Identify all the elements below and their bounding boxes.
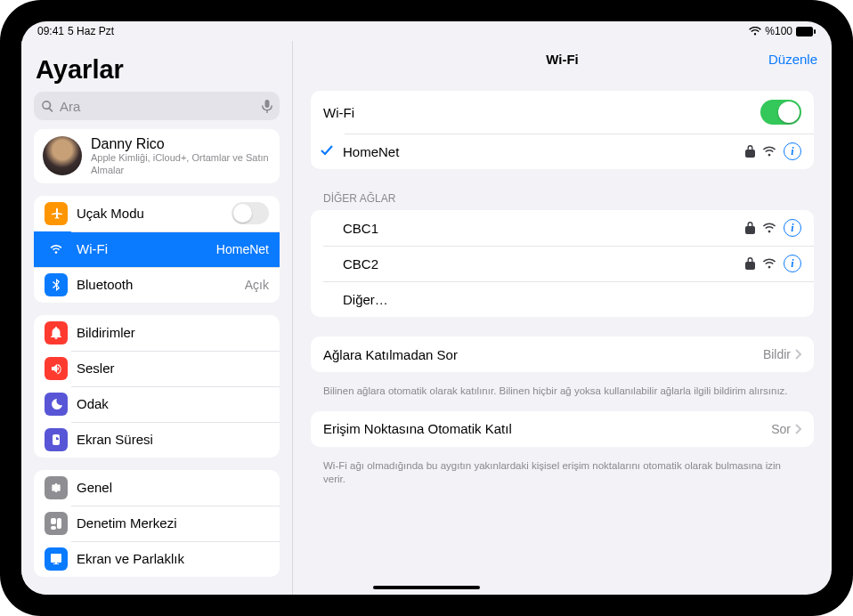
user-name: Danny Rico xyxy=(91,136,271,152)
bluetooth-row[interactable]: Bluetooth Açık xyxy=(34,267,280,303)
focus-row[interactable]: Odak xyxy=(34,386,280,422)
gear-icon xyxy=(45,476,68,499)
sounds-row[interactable]: Sesler xyxy=(34,351,280,386)
battery-icon xyxy=(796,27,816,36)
airplane-mode-label: Uçak Modu xyxy=(77,206,144,221)
airplane-icon xyxy=(45,202,68,225)
other-network-label: Diğer… xyxy=(343,292,388,307)
user-subtitle: Apple Kimliği, iCloud+, Ortamlar ve Satı… xyxy=(91,152,271,175)
airplane-mode-toggle[interactable] xyxy=(232,202,269,224)
wifi-label: Wi-Fi xyxy=(77,241,108,256)
wifi-toggle[interactable] xyxy=(760,100,801,125)
info-button[interactable]: i xyxy=(784,219,801,237)
device-frame: 09:41 5 Haz Pzt %100 Ayarlar Ara xyxy=(0,0,853,616)
screentime-row[interactable]: Ekran Süresi xyxy=(34,422,280,458)
other-network-row[interactable]: Diğer… xyxy=(311,281,814,317)
wifi-toggle-label: Wi-Fi xyxy=(323,105,354,120)
navbar-title: Wi-Fi xyxy=(546,52,579,67)
network-name-0: CBC1 xyxy=(343,221,378,236)
chevron-right-icon xyxy=(794,349,801,360)
lock-icon xyxy=(745,145,755,158)
control-center-row[interactable]: Denetim Merkezi xyxy=(34,506,280,541)
auto-hotspot-footer: Wi-Fi ağı olmadığında bu aygıtın yakınla… xyxy=(311,454,814,499)
control-center-label: Denetim Merkezi xyxy=(77,515,177,531)
ask-to-join-label: Ağlara Katılmadan Sor xyxy=(323,347,458,362)
svg-rect-1 xyxy=(814,29,816,34)
search-icon xyxy=(41,100,54,113)
wifi-row[interactable]: Wi-Fi HomeNet xyxy=(34,231,280,267)
auto-hotspot-row[interactable]: Erişim Noktasına Otomatik Katıl Sor xyxy=(311,411,814,447)
screentime-icon xyxy=(45,428,68,451)
auto-hotspot-value: Sor xyxy=(771,422,791,436)
other-networks-group: CBC1 i CBC2 i xyxy=(311,210,814,317)
status-battery-pct: %100 xyxy=(765,25,792,37)
notifications-icon xyxy=(45,321,68,344)
auto-hotspot-label: Erişim Noktasına Otomatik Katıl xyxy=(323,421,512,436)
info-button[interactable]: i xyxy=(784,255,801,272)
notifications-row[interactable]: Bildirimler xyxy=(34,315,280,351)
control-center-icon xyxy=(45,512,68,535)
display-row[interactable]: Ekran ve Parlaklık xyxy=(34,541,280,577)
network-row-1[interactable]: CBC2 i xyxy=(311,246,814,281)
wifi-value: HomeNet xyxy=(216,242,269,256)
wifi-signal-icon xyxy=(762,223,776,233)
general-row[interactable]: Genel xyxy=(34,470,280,506)
focus-icon xyxy=(45,393,68,416)
sounds-label: Sesler xyxy=(77,361,115,376)
display-label: Ekran ve Parlaklık xyxy=(77,551,184,566)
detail-pane: Wi-Fi Düzenle Wi-Fi HomeNet xyxy=(293,41,832,595)
bluetooth-label: Bluetooth xyxy=(77,277,133,292)
wifi-toggle-row[interactable]: Wi-Fi xyxy=(311,91,814,134)
svg-rect-0 xyxy=(796,27,813,36)
wifi-signal-icon xyxy=(762,146,776,157)
ask-to-join-row[interactable]: Ağlara Katılmadan Sor Bildir xyxy=(311,336,814,372)
bluetooth-value: Açık xyxy=(245,278,269,292)
wifi-status-icon xyxy=(749,27,761,36)
ask-to-join-group: Ağlara Katılmadan Sor Bildir xyxy=(311,336,814,372)
dictation-icon[interactable] xyxy=(262,99,272,113)
search-placeholder: Ara xyxy=(60,99,80,114)
focus-label: Odak xyxy=(77,396,109,411)
auto-hotspot-group: Erişim Noktasına Otomatik Katıl Sor xyxy=(311,411,814,447)
checkmark-icon xyxy=(320,144,336,159)
ask-to-join-value: Bildir xyxy=(763,347,791,361)
chevron-right-icon xyxy=(794,424,801,434)
general-group: Genel Denetim Merkezi Ekran ve Parlaklık xyxy=(34,470,280,577)
settings-title: Ayarlar xyxy=(21,46,292,88)
bluetooth-icon xyxy=(45,273,68,296)
info-button[interactable]: i xyxy=(784,142,801,160)
search-input[interactable]: Ara xyxy=(34,92,280,120)
connected-network-row[interactable]: HomeNet i xyxy=(311,134,814,169)
notifications-group: Bildirimler Sesler Odak Ekran Süresi xyxy=(34,315,280,458)
ask-to-join-footer: Bilinen ağlara otomatik olarak katılınır… xyxy=(311,379,814,411)
other-networks-header: DİĞER AĞLAR xyxy=(311,176,814,210)
general-label: Genel xyxy=(77,480,112,495)
lock-icon xyxy=(745,222,755,234)
edit-button[interactable]: Düzenle xyxy=(768,52,817,67)
display-icon xyxy=(45,547,68,571)
airplane-mode-row[interactable]: Uçak Modu xyxy=(34,196,280,231)
navbar: Wi-Fi Düzenle xyxy=(293,41,832,77)
wifi-signal-icon xyxy=(762,258,776,269)
notifications-label: Bildirimler xyxy=(77,325,135,340)
lock-icon xyxy=(745,257,755,270)
connected-network-name: HomeNet xyxy=(343,144,399,159)
avatar xyxy=(43,136,82,175)
screentime-label: Ekran Süresi xyxy=(77,432,153,447)
apple-id-card[interactable]: Danny Rico Apple Kimliği, iCloud+, Ortam… xyxy=(34,129,280,183)
status-date: 5 Haz Pzt xyxy=(68,25,114,37)
status-time: 09:41 xyxy=(37,25,64,37)
wifi-toggle-group: Wi-Fi HomeNet i xyxy=(311,91,814,169)
wifi-icon xyxy=(45,238,68,261)
sidebar: Ayarlar Ara Danny Rico Apple Kimliği, iC… xyxy=(21,41,293,595)
screen: 09:41 5 Haz Pzt %100 Ayarlar Ara xyxy=(21,21,832,595)
network-name-1: CBC2 xyxy=(343,256,378,272)
sounds-icon xyxy=(45,357,68,380)
network-row-0[interactable]: CBC1 i xyxy=(311,210,814,246)
home-indicator[interactable] xyxy=(373,586,480,589)
status-bar: 09:41 5 Haz Pzt %100 xyxy=(21,21,832,41)
connectivity-group: Uçak Modu Wi-Fi HomeNet Bluetooth Açık xyxy=(34,196,280,303)
